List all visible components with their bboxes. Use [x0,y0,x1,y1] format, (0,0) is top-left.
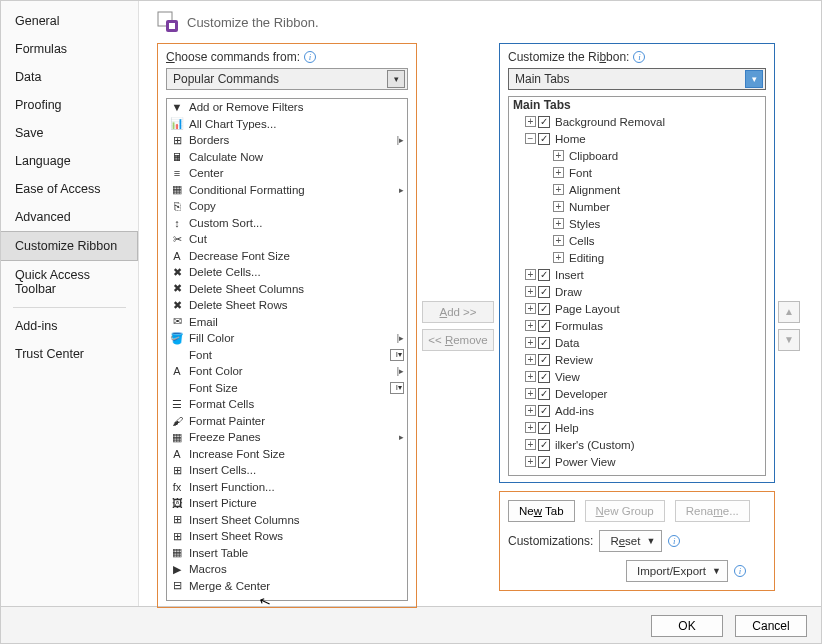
command-item[interactable]: ⊟Merge & Center [167,578,407,595]
command-item[interactable]: ↕Custom Sort... [167,215,407,232]
expand-icon[interactable]: + [525,320,536,331]
expand-icon[interactable]: + [525,371,536,382]
checkbox[interactable]: ✓ [538,388,550,400]
command-item[interactable]: ☰Format Cells [167,396,407,413]
expand-icon[interactable]: + [525,422,536,433]
command-item[interactable]: ⊞Insert Sheet Columns [167,512,407,529]
command-item[interactable]: ✂Cut [167,231,407,248]
command-item[interactable]: ≡Center [167,165,407,182]
expand-icon[interactable]: + [553,150,564,161]
tree-row[interactable]: +✓Background Removal [509,113,765,130]
ribbon-tree[interactable]: Main Tabs +✓Background Removal−✓Home+Cli… [508,96,766,476]
command-item[interactable]: FontI▾ [167,347,407,364]
expand-icon[interactable]: + [553,218,564,229]
tree-row[interactable]: +Clipboard [509,147,765,164]
tree-row[interactable]: +✓Developer [509,385,765,402]
import-export-dropdown[interactable]: Import/Export▼ [626,560,728,582]
checkbox[interactable]: ✓ [538,371,550,383]
expand-icon[interactable]: + [525,405,536,416]
expand-icon[interactable]: + [525,269,536,280]
command-item[interactable]: ⊞Insert Cells... [167,462,407,479]
sidebar-item-trust-center[interactable]: Trust Center [1,340,138,368]
command-item[interactable]: ⊞Insert Sheet Rows [167,528,407,545]
command-item[interactable]: AIncrease Font Size [167,446,407,463]
tree-row[interactable]: +Editing [509,249,765,266]
checkbox[interactable]: ✓ [538,405,550,417]
info-icon[interactable]: i [668,535,680,547]
command-item[interactable]: 🖌Format Painter [167,413,407,430]
tree-row[interactable]: +✓Draw [509,283,765,300]
command-item[interactable]: ✖Delete Sheet Columns [167,281,407,298]
commands-listbox[interactable]: ▼Add or Remove Filters📊All Chart Types..… [166,98,408,601]
expand-icon[interactable]: + [525,439,536,450]
expand-icon[interactable]: + [525,303,536,314]
command-item[interactable]: ▶Macros [167,561,407,578]
command-item[interactable]: ▦Conditional Formatting▸ [167,182,407,199]
tree-row[interactable]: +✓Add-ins [509,402,765,419]
command-item[interactable]: ▦Insert Table [167,545,407,562]
new-group-button[interactable]: New Group [585,500,665,522]
expand-icon[interactable]: + [525,116,536,127]
checkbox[interactable]: ✓ [538,303,550,315]
sidebar-item-language[interactable]: Language [1,147,138,175]
expand-icon[interactable]: + [553,184,564,195]
tree-row[interactable]: +Number [509,198,765,215]
command-item[interactable]: 🖼Insert Picture [167,495,407,512]
command-item[interactable]: Font SizeI▾ [167,380,407,397]
command-item[interactable]: ▼Add or Remove Filters [167,99,407,116]
expand-icon[interactable]: + [553,235,564,246]
move-down-button[interactable]: ▼ [778,329,800,351]
rename-button[interactable]: Rename... [675,500,750,522]
expand-icon[interactable]: + [525,388,536,399]
tree-row[interactable]: +✓Insert [509,266,765,283]
checkbox[interactable]: ✓ [538,456,550,468]
remove-button[interactable]: << Remove [422,329,494,351]
sidebar-item-add-ins[interactable]: Add-ins [1,312,138,340]
sidebar-item-customize-ribbon[interactable]: Customize Ribbon [1,231,138,261]
new-tab-button[interactable]: New Tab [508,500,575,522]
tree-row[interactable]: +✓View [509,368,765,385]
sidebar-item-advanced[interactable]: Advanced [1,203,138,231]
command-item[interactable]: ▦Freeze Panes▸ [167,429,407,446]
tree-row[interactable]: +Cells [509,232,765,249]
command-item[interactable]: ⎘Copy [167,198,407,215]
tree-row[interactable]: +✓Page Layout [509,300,765,317]
sidebar-item-proofing[interactable]: Proofing [1,91,138,119]
checkbox[interactable]: ✓ [538,439,550,451]
sidebar-item-data[interactable]: Data [1,63,138,91]
info-icon[interactable]: i [304,51,316,63]
sidebar-item-save[interactable]: Save [1,119,138,147]
command-item[interactable]: 🪣Fill Color|▸ [167,330,407,347]
command-item[interactable]: ✖Delete Cells... [167,264,407,281]
checkbox[interactable]: ✓ [538,354,550,366]
command-item[interactable]: 🖩Calculate Now [167,149,407,166]
info-icon[interactable]: i [633,51,645,63]
command-item[interactable]: fxInsert Function... [167,479,407,496]
sidebar-item-quick-access-toolbar[interactable]: Quick Access Toolbar [1,261,138,303]
choose-commands-dropdown[interactable]: Popular Commands ▾ [166,68,408,90]
command-item[interactable]: ✖Delete Sheet Rows [167,297,407,314]
expand-icon[interactable]: + [553,201,564,212]
tree-row[interactable]: −✓Home [509,130,765,147]
expand-icon[interactable]: + [525,286,536,297]
cancel-button[interactable]: Cancel [735,615,807,637]
tree-row[interactable]: +✓ilker's (Custom) [509,436,765,453]
tree-row[interactable]: +✓Formulas [509,317,765,334]
command-item[interactable]: 📊All Chart Types... [167,116,407,133]
tree-row[interactable]: +Alignment [509,181,765,198]
checkbox[interactable]: ✓ [538,422,550,434]
expand-icon[interactable]: − [525,133,536,144]
add-button[interactable]: Add >> [422,301,494,323]
info-icon[interactable]: i [734,565,746,577]
ok-button[interactable]: OK [651,615,723,637]
tree-row[interactable]: +✓Data [509,334,765,351]
expand-icon[interactable]: + [525,354,536,365]
command-item[interactable]: ✉Email [167,314,407,331]
command-item[interactable]: AFont Color|▸ [167,363,407,380]
command-item[interactable]: ⊞Borders|▸ [167,132,407,149]
checkbox[interactable]: ✓ [538,320,550,332]
expand-icon[interactable]: + [553,167,564,178]
checkbox[interactable]: ✓ [538,286,550,298]
expand-icon[interactable]: + [553,252,564,263]
sidebar-item-ease-of-access[interactable]: Ease of Access [1,175,138,203]
